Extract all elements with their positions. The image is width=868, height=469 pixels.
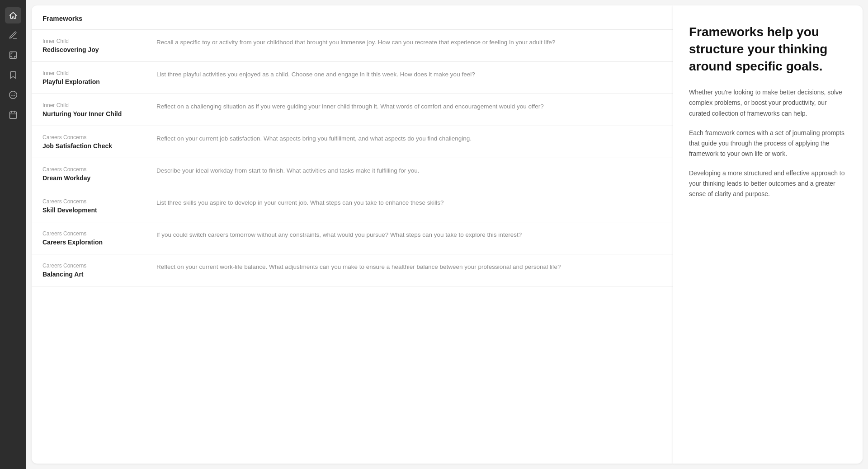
framework-row[interactable]: Careers Concerns Careers Exploration If …	[32, 222, 673, 254]
framework-prompt: List three skills you aspire to develop …	[156, 198, 662, 208]
framework-category: Inner Child	[42, 70, 142, 76]
framework-row[interactable]: Careers Concerns Skill Development List …	[32, 190, 673, 222]
framework-prompt: Reflect on a challenging situation as if…	[156, 102, 662, 112]
info-panel-title: Frameworks help you structure your think…	[689, 23, 846, 75]
framework-name: Careers Exploration	[42, 239, 142, 246]
framework-prompt: Reflect on your current work-life balanc…	[156, 263, 662, 272]
frameworks-list-panel: Frameworks Inner Child Rediscovering Joy…	[32, 5, 673, 464]
framework-row[interactable]: Inner Child Nurturing Your Inner Child R…	[32, 94, 673, 126]
framework-prompt: List three playful activities you enjoye…	[156, 70, 662, 80]
framework-name: Balancing Art	[42, 271, 142, 278]
framework-prompt: Recall a specific toy or activity from y…	[156, 38, 662, 47]
framework-row[interactable]: Careers Concerns Balancing Art Reflect o…	[32, 254, 673, 286]
framework-row[interactable]: Careers Concerns Job Satisfaction Check …	[32, 126, 673, 158]
sidebar	[0, 0, 26, 469]
info-panel: Frameworks help you structure your think…	[673, 5, 863, 464]
framework-name: Playful Exploration	[42, 78, 142, 85]
framework-name: Rediscovering Joy	[42, 46, 142, 53]
framework-meta: Careers Concerns Skill Development	[42, 198, 142, 214]
framework-name: Skill Development	[42, 206, 142, 214]
framework-category: Careers Concerns	[42, 230, 142, 237]
info-paragraph-2: Each framework comes with a set of journ…	[689, 128, 846, 159]
bookmark-icon[interactable]	[5, 67, 21, 83]
framework-category: Careers Concerns	[42, 263, 142, 269]
framework-row[interactable]: Careers Concerns Dream Workday Describe …	[32, 158, 673, 190]
framework-category: Careers Concerns	[42, 134, 142, 141]
svg-point-0	[9, 91, 17, 99]
puzzle-icon[interactable]	[5, 47, 21, 63]
page-title: Frameworks	[32, 5, 673, 30]
framework-category: Inner Child	[42, 102, 142, 108]
framework-prompt: Describe your ideal workday from start t…	[156, 166, 662, 176]
framework-meta: Careers Concerns Job Satisfaction Check	[42, 134, 142, 150]
info-paragraph-3: Developing a more structured and effecti…	[689, 168, 846, 199]
framework-row[interactable]: Inner Child Rediscovering Joy Recall a s…	[32, 30, 673, 62]
emoji-icon[interactable]	[5, 87, 21, 103]
main-wrapper: Frameworks Inner Child Rediscovering Joy…	[26, 0, 868, 469]
framework-meta: Inner Child Nurturing Your Inner Child	[42, 102, 142, 117]
framework-category: Careers Concerns	[42, 198, 142, 205]
framework-meta: Inner Child Rediscovering Joy	[42, 38, 142, 53]
framework-meta: Careers Concerns Dream Workday	[42, 166, 142, 182]
info-panel-body: Whether you're looking to make better de…	[689, 87, 846, 199]
framework-prompt: Reflect on your current job satisfaction…	[156, 134, 662, 144]
framework-name: Dream Workday	[42, 174, 142, 182]
framework-name: Nurturing Your Inner Child	[42, 110, 142, 117]
pen-icon[interactable]	[5, 27, 21, 43]
framework-meta: Careers Concerns Careers Exploration	[42, 230, 142, 246]
framework-prompt: If you could switch careers tomorrow wit…	[156, 230, 662, 240]
framework-name: Job Satisfaction Check	[42, 142, 142, 150]
svg-rect-3	[10, 112, 17, 118]
info-paragraph-1: Whether you're looking to make better de…	[689, 87, 846, 118]
framework-meta: Inner Child Playful Exploration	[42, 70, 142, 85]
framework-meta: Careers Concerns Balancing Art	[42, 263, 142, 278]
home-icon[interactable]	[5, 7, 21, 23]
framework-category: Careers Concerns	[42, 166, 142, 173]
calendar-icon[interactable]	[5, 107, 21, 123]
framework-row[interactable]: Inner Child Playful Exploration List thr…	[32, 62, 673, 94]
framework-category: Inner Child	[42, 38, 142, 44]
